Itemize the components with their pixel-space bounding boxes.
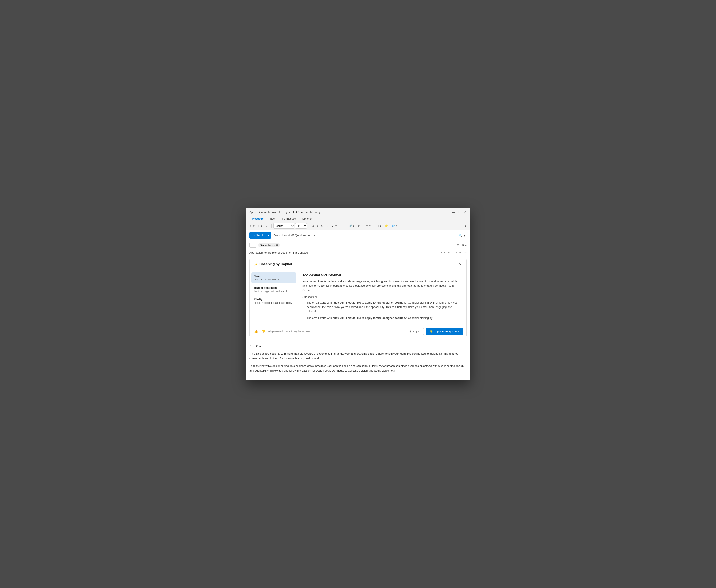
coaching-panel: ✨ Coaching by Copilot ✕ Tone Too casual … xyxy=(249,259,467,337)
email-window: Application for the role of Designer II … xyxy=(246,208,470,380)
underline-button[interactable]: U xyxy=(320,224,324,228)
tab-message[interactable]: Message xyxy=(249,216,266,222)
coaching-content: Too casual and informal Your current ton… xyxy=(298,270,466,326)
highlight-button[interactable]: 🖍 ▾ xyxy=(331,224,338,228)
sidebar-reader-subtitle: Lacks energy and excitement xyxy=(254,290,294,293)
adjust-button[interactable]: ⚙ Adjust xyxy=(405,328,424,335)
to-label: To xyxy=(249,243,256,248)
from-email: katri.0487@outlook.com xyxy=(282,234,312,237)
sidebar-tone-subtitle: Too casual and informal xyxy=(254,278,294,281)
thumbs-up-button[interactable]: 👍 xyxy=(253,329,259,334)
ai-disclaimer-section: 👍 👎 AI-generated content may be incorrec… xyxy=(253,329,311,334)
draft-saved: Draft saved at 11:00 AM xyxy=(439,251,467,254)
apply-icon: ✨ xyxy=(429,330,433,333)
coaching-body: Tone Too casual and informal Reader sent… xyxy=(250,270,466,326)
sidebar-clarity-subtitle: Needs more details and specificity xyxy=(254,301,294,304)
coaching-header: ✨ Coaching by Copilot ✕ xyxy=(250,259,466,270)
adjust-icon: ⚙ xyxy=(409,330,412,333)
suggestions-label: Suggestions xyxy=(302,295,462,298)
undo-button[interactable]: ↩ ▾ xyxy=(249,224,256,228)
suggestion-bold-2: "Hey Jun, I would like to apply for the … xyxy=(333,316,407,319)
subject-text[interactable]: Application for the role of Designer II … xyxy=(249,251,308,254)
send-button[interactable]: ▷ Send xyxy=(249,232,266,239)
title-bar: Application for the role of Designer II … xyxy=(246,208,470,214)
toolbar-separator-4 xyxy=(374,224,374,228)
window-title: Application for the role of Designer II … xyxy=(249,211,321,214)
suggestion-item-1: The email starts with "Hey Jun, I would … xyxy=(307,300,462,314)
copilot-coaching-icon: ✨ xyxy=(253,262,258,267)
bcc-label[interactable]: Bcc xyxy=(462,244,467,247)
recipient-name: Gwen Jones xyxy=(260,244,275,247)
copilot-button[interactable]: ⭐ xyxy=(383,224,389,228)
sidebar-clarity-title: Clarity xyxy=(254,298,294,301)
remove-recipient-icon[interactable]: ✕ xyxy=(276,244,278,247)
toolbar-separator-2 xyxy=(309,224,309,228)
more-tools-button[interactable]: ··· xyxy=(399,224,404,228)
window-controls: — ☐ ✕ xyxy=(452,210,467,214)
thumbs-down-button[interactable]: 👎 xyxy=(261,329,267,334)
font-select[interactable]: Calibri xyxy=(273,223,294,229)
compose-area: ▷ Send ▾ From: katri.0487@outlook.com ▾ … xyxy=(246,230,470,380)
toolbar-separator-3 xyxy=(345,224,346,228)
strikethrough-button[interactable]: S xyxy=(325,224,330,228)
coaching-footer: 👍 👎 AI-generated content may be incorrec… xyxy=(250,326,466,337)
link2-button[interactable]: ⛓ ▾ xyxy=(356,224,364,228)
format-painter-button[interactable]: 🖊 xyxy=(265,224,270,228)
suggestion-bold-1: "Hey Jun, I would like to apply for the … xyxy=(333,301,407,304)
email-body[interactable]: Dear Gwen, I'm a Design professional wit… xyxy=(246,340,470,380)
link-button[interactable]: 🔗 ▾ xyxy=(348,224,356,228)
bold-button[interactable]: B xyxy=(311,224,315,228)
recipient-tag: Gwen Jones ✕ xyxy=(258,243,280,247)
tab-bar: Message Insert Format text Options xyxy=(246,214,470,222)
sidebar-reader-title: Reader sentiment xyxy=(254,286,294,289)
tab-options[interactable]: Options xyxy=(299,216,314,222)
ai-disclaimer-text: AI-generated content may be incorrect xyxy=(268,330,311,333)
collapse-toolbar-button[interactable]: ▾ xyxy=(463,224,467,228)
email-greeting: Dear Gwen, xyxy=(249,344,467,349)
minimize-button[interactable]: — xyxy=(452,210,456,214)
from-label: From: katri.0487@outlook.com ▾ xyxy=(274,234,315,237)
send-dropdown-button[interactable]: ▾ xyxy=(266,232,271,239)
tab-insert[interactable]: Insert xyxy=(267,216,279,222)
table-button[interactable]: ⊞ ▾ xyxy=(376,224,383,228)
italic-button[interactable]: I xyxy=(316,224,319,228)
email-paragraph-1: I'm a Design professional with more than… xyxy=(249,352,467,361)
maximize-button[interactable]: ☐ xyxy=(457,210,461,214)
from-dropdown-icon[interactable]: ▾ xyxy=(314,234,315,237)
subject-row: Application for the role of Designer II … xyxy=(246,249,470,256)
coaching-title-text: Coaching by Copilot xyxy=(259,262,292,266)
issue-title: Too casual and informal xyxy=(302,273,462,277)
copy-button[interactable]: ⊡ ▾ xyxy=(257,224,264,228)
email-paragraph-2: I am an innovative designer who gets bus… xyxy=(249,364,467,373)
cc-label[interactable]: Cc xyxy=(457,244,460,247)
sidebar-tone-title: Tone xyxy=(254,275,294,278)
adjust-label: Adjust xyxy=(413,330,421,333)
toolbar-separator-1 xyxy=(271,224,272,228)
tab-format-text[interactable]: Format text xyxy=(280,216,299,222)
sidebar-item-reader-sentiment[interactable]: Reader sentiment Lacks energy and excite… xyxy=(251,284,296,295)
send-icon: ▷ xyxy=(253,234,255,237)
more-format-button[interactable]: ··· xyxy=(339,224,344,228)
send-group: ▷ Send ▾ xyxy=(249,232,271,239)
from-row: ▷ Send ▾ From: katri.0487@outlook.com ▾ … xyxy=(246,230,470,241)
font-size-select[interactable]: 11 xyxy=(295,223,307,229)
sidebar-item-clarity[interactable]: Clarity Needs more details and specifici… xyxy=(251,296,296,307)
coaching-title: ✨ Coaching by Copilot xyxy=(253,262,292,267)
cc-bcc-section: Cc Bcc xyxy=(457,244,467,247)
apply-all-suggestions-button[interactable]: ✨ Apply all suggestions xyxy=(426,328,463,335)
close-coaching-button[interactable]: ✕ xyxy=(458,261,463,267)
close-button[interactable]: ✕ xyxy=(463,210,467,214)
from-section: ▷ Send ▾ From: katri.0487@outlook.com ▾ xyxy=(249,232,315,239)
footer-buttons: ⚙ Adjust ✨ Apply all suggestions xyxy=(405,328,463,335)
issue-description: Your current tone is professional and sh… xyxy=(302,279,462,292)
suggestion-item-2: The email starts with "Hey Jun, I would … xyxy=(307,316,462,320)
draw-button[interactable]: ✏ ▾ xyxy=(365,224,372,228)
zoom-button[interactable]: 🔍 ▾ xyxy=(457,233,467,238)
sidebar-item-tone[interactable]: Tone Too casual and informal xyxy=(251,272,296,283)
coaching-sidebar: Tone Too casual and informal Reader sent… xyxy=(250,270,298,326)
apply-label: Apply all suggestions xyxy=(434,330,460,333)
editor-button[interactable]: 💎 ▾ xyxy=(390,224,398,228)
to-row: To Gwen Jones ✕ Cc Bcc xyxy=(246,241,470,249)
suggestion-list: The email starts with "Hey Jun, I would … xyxy=(302,300,462,320)
send-label: Send xyxy=(256,234,262,237)
